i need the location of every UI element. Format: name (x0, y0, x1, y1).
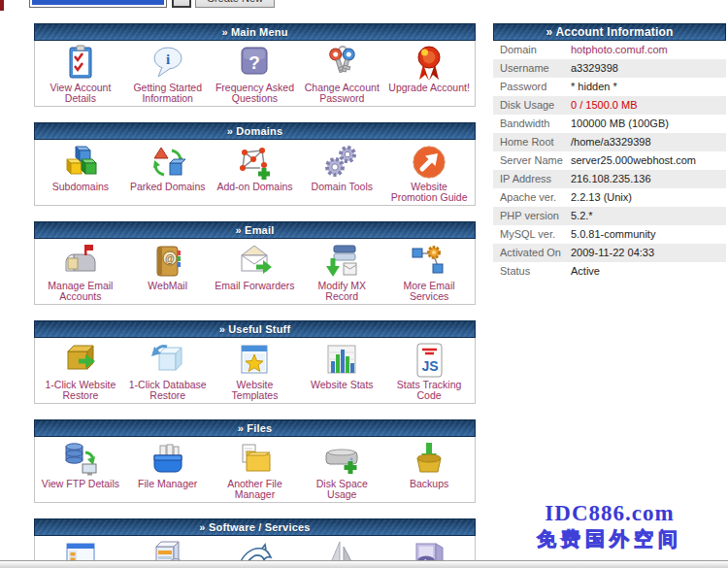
account-row-apache-ver: Apache ver.2.2.13 (Unix) (493, 188, 726, 207)
create-new-button[interactable]: Create New (195, 0, 275, 8)
menu-item-label: Website Templates (212, 380, 299, 401)
menu-item-change-account-password[interactable]: Change Account Password (298, 44, 385, 104)
mailbox-icon (37, 242, 124, 281)
menu-item-label: View FTP Details (37, 479, 124, 489)
account-row-value: /home/a3329398 (571, 133, 651, 151)
section-content: View Account DetailsiGetting Started Inf… (34, 41, 476, 107)
menu-item-manage-email-accounts[interactable]: Manage Email Accounts (37, 242, 124, 302)
disk-plus-icon (298, 440, 385, 479)
js-code-icon: JS (385, 341, 473, 380)
go-button[interactable] (172, 0, 191, 8)
account-info-rows: Domainhotphoto.comuf.comUsernamea3329398… (493, 41, 726, 281)
menu-item-label: Modify MX Record (298, 281, 385, 302)
menu-item-label: Website Stats (298, 380, 385, 390)
section-content: 1-Click Website Restore1-Click Database … (34, 338, 476, 404)
menu-item-modify-mx-record[interactable]: Modify MX Record (298, 242, 385, 302)
menu-item-parked-domains[interactable]: Parked Domains (124, 143, 212, 203)
menu-item-backups[interactable]: Backups (385, 440, 473, 500)
menu-item-subdomains[interactable]: Subdomains (37, 143, 124, 203)
account-row-label: Home Root (493, 133, 571, 151)
menu-sections-column: » Main MenuView Account DetailsiGetting … (34, 23, 476, 568)
cpanel-page: Create New » Main MenuView Account Detai… (0, 0, 728, 568)
menu-item-file-manager[interactable]: File Manager (124, 440, 212, 500)
account-row-label: IP Address (493, 170, 571, 188)
envelope-forward-icon (212, 242, 299, 281)
menu-item-label: Disk Space Usage (298, 479, 385, 500)
box-restore-icon (37, 341, 124, 380)
menu-item-label: More Email Services (385, 281, 473, 302)
account-row-ip-address: IP Address216.108.235.136 (493, 170, 726, 188)
folder-icon (212, 440, 299, 479)
info-bubble-icon: i (124, 44, 212, 83)
section-useful-stuff: » Useful Stuff1-Click Website Restore1-C… (34, 320, 476, 404)
menu-item-another-file-manager[interactable]: Another File Manager (212, 440, 299, 500)
menu-item-domain-tools[interactable]: Domain Tools (298, 143, 385, 203)
account-row-username: Usernamea3329398 (493, 59, 726, 78)
section-domains: » DomainsSubdomainsParked DomainsAdd-on … (34, 122, 476, 206)
menu-item-website-stats[interactable]: Website Stats (298, 341, 385, 401)
menu-item-1-click-database-restore[interactable]: 1-Click Database Restore (124, 341, 212, 401)
menu-item-website-templates[interactable]: Website Templates (212, 341, 299, 401)
server-arrow-icon (298, 242, 385, 281)
section-content: Manage Email Accounts@WebMailEmail Forwa… (34, 239, 476, 305)
account-row-php-version: PHP version5.2.* (493, 207, 726, 225)
menu-item-website-promotion-guide[interactable]: Website Promotion Guide (385, 143, 473, 203)
domain-input[interactable] (29, 0, 167, 8)
menu-item-add-on-domains[interactable]: Add-on Domains (212, 143, 299, 203)
menu-item-label: Backups (385, 479, 473, 489)
section-header: » Files (34, 419, 476, 437)
menu-item-more-email-services[interactable]: More Email Services (385, 242, 473, 302)
svg-text:JS: JS (422, 358, 439, 374)
menu-item-label: View Account Details (37, 83, 124, 104)
account-row-mysql-ver: MySQL ver.5.0.81-community (493, 225, 726, 244)
gears-icon (298, 143, 385, 182)
account-row-server-name: Server Nameserver25.000webhost.com (493, 151, 726, 170)
menu-item-email-forwarders[interactable]: Email Forwarders (212, 242, 299, 302)
account-row-value: * hidden * (571, 78, 617, 96)
account-row-value: 2.2.13 (Unix) (571, 188, 632, 207)
svg-text:?: ? (249, 52, 261, 73)
status-bar (0, 560, 728, 568)
menu-item-label: Add-on Domains (212, 182, 299, 192)
menu-item-frequency-asked-questions[interactable]: ?Frequency Asked Questions (212, 44, 299, 104)
menu-item-label: Another File Manager (212, 479, 299, 500)
menu-item-1-click-website-restore[interactable]: 1-Click Website Restore (37, 341, 124, 401)
svg-text:@: @ (165, 253, 175, 264)
account-row-value[interactable]: hotphoto.comuf.com (571, 41, 668, 59)
question-mark-icon: ? (212, 44, 299, 83)
account-row-value: 100000 MB (100GB) (571, 115, 669, 133)
menu-item-view-ftp-details[interactable]: View FTP Details (37, 440, 124, 500)
cube-restore-icon (124, 341, 212, 380)
account-row-status: StatusActive (493, 262, 726, 281)
menu-item-label: Parked Domains (124, 182, 212, 192)
section-content: View FTP DetailsFile ManagerAnother File… (34, 437, 476, 503)
menu-item-webmail[interactable]: @WebMail (124, 242, 212, 302)
menu-item-disk-space-usage[interactable]: Disk Space Usage (298, 440, 385, 500)
account-details-icon (37, 44, 124, 83)
section-header: » Software / Services (34, 518, 476, 536)
recycle-cube-icon (124, 143, 212, 182)
menu-item-upgrade-account[interactable]: Upgrade Account! (385, 44, 473, 104)
menu-item-stats-tracking-code[interactable]: JSStats Tracking Code (385, 341, 473, 401)
account-row-label: Server Name (493, 151, 571, 170)
account-row-value: a3329398 (571, 59, 618, 78)
account-row-label: PHP version (493, 207, 571, 225)
account-row-label: Bandwidth (493, 115, 571, 133)
menu-item-label: Getting Started Information (124, 83, 212, 104)
template-star-icon (212, 341, 299, 380)
account-row-value: 2009-11-22 04:33 (571, 244, 654, 262)
account-row-label: Password (493, 78, 571, 96)
address-book-icon: @ (124, 242, 212, 281)
account-row-disk-usage: Disk Usage0 / 1500.0 MB (493, 96, 726, 115)
menu-item-label: File Manager (124, 479, 212, 489)
cubes-icon (37, 143, 124, 182)
menu-item-label: Email Forwarders (212, 281, 299, 291)
menu-item-getting-started-information[interactable]: iGetting Started Information (124, 44, 212, 104)
account-row-value: server25.000webhost.com (571, 151, 696, 170)
menu-item-label: WebMail (124, 281, 212, 291)
account-row-activated-on: Activated On2009-11-22 04:33 (493, 244, 726, 262)
menu-item-view-account-details[interactable]: View Account Details (37, 44, 124, 104)
backup-box-icon (385, 440, 473, 479)
account-row-value: 0 / 1500.0 MB (571, 96, 638, 115)
section-header: » Email (34, 221, 476, 239)
